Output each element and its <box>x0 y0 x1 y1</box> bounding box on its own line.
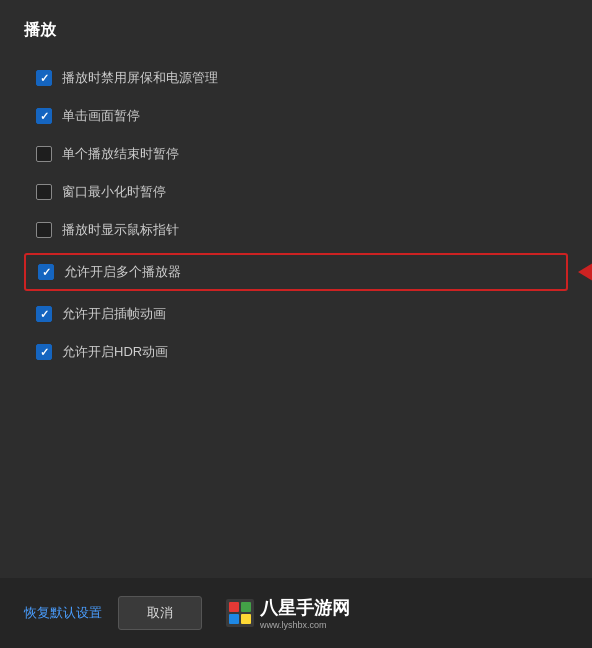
watermark-section: 八星手游网 www.lyshbx.com <box>226 596 350 630</box>
checkbox-1[interactable] <box>36 70 52 86</box>
option-item-3[interactable]: 单个播放结束时暂停 <box>24 135 568 173</box>
option-item-1[interactable]: 播放时禁用屏保和电源管理 <box>24 59 568 97</box>
option-label-7: 允许开启插帧动画 <box>62 305 166 323</box>
grid-logo-icon <box>226 599 254 627</box>
checkbox-7[interactable] <box>36 306 52 322</box>
option-label-3: 单个播放结束时暂停 <box>62 145 179 163</box>
option-item-2[interactable]: 单击画面暂停 <box>24 97 568 135</box>
grid-cell-blue <box>229 614 239 624</box>
option-item-8[interactable]: 允许开启HDR动画 <box>24 333 568 371</box>
option-label-1: 播放时禁用屏保和电源管理 <box>62 69 218 87</box>
checkbox-5[interactable] <box>36 222 52 238</box>
watermark-site: 八星手游网 <box>260 596 350 620</box>
restore-link[interactable]: 恢复默认设置 <box>24 604 102 622</box>
footer: 恢复默认设置 取消 八星手游网 www.lyshbx.com <box>0 578 592 648</box>
option-item-4[interactable]: 窗口最小化时暂停 <box>24 173 568 211</box>
checkbox-2[interactable] <box>36 108 52 124</box>
grid-cell-yellow <box>241 614 251 624</box>
watermark-url: www.lyshbx.com <box>260 620 327 630</box>
section-title: 播放 <box>24 20 568 41</box>
checkbox-3[interactable] <box>36 146 52 162</box>
option-label-8: 允许开启HDR动画 <box>62 343 168 361</box>
grid-cell-red <box>229 602 239 612</box>
option-label-5: 播放时显示鼠标指针 <box>62 221 179 239</box>
arrow-head-icon <box>578 260 592 284</box>
option-item-5[interactable]: 播放时显示鼠标指针 <box>24 211 568 249</box>
option-list: 播放时禁用屏保和电源管理 单击画面暂停 单个播放结束时暂停 窗口最小化时暂停 播… <box>24 59 568 371</box>
checkbox-6[interactable] <box>38 264 54 280</box>
option-label-6: 允许开启多个播放器 <box>64 263 181 281</box>
option-label-2: 单击画面暂停 <box>62 107 140 125</box>
cancel-button[interactable]: 取消 <box>118 596 202 630</box>
checkbox-8[interactable] <box>36 344 52 360</box>
option-item-7[interactable]: 允许开启插帧动画 <box>24 295 568 333</box>
option-label-4: 窗口最小化时暂停 <box>62 183 166 201</box>
main-container: 播放 播放时禁用屏保和电源管理 单击画面暂停 单个播放结束时暂停 窗口最小化时暂… <box>0 0 592 648</box>
checkbox-4[interactable] <box>36 184 52 200</box>
red-arrow <box>578 260 592 284</box>
grid-cell-green <box>241 602 251 612</box>
option-item-6[interactable]: 允许开启多个播放器 <box>24 253 568 291</box>
watermark-text: 八星手游网 www.lyshbx.com <box>260 596 350 630</box>
